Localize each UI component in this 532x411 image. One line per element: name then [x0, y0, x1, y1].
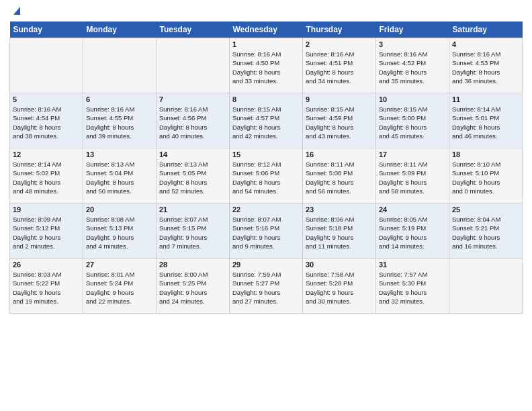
calendar-day-cell: 17Sunrise: 8:11 AM Sunset: 5:09 PM Dayli…: [376, 148, 449, 203]
calendar-day-cell: 7Sunrise: 8:16 AM Sunset: 4:56 PM Daylig…: [157, 93, 230, 148]
day-number: 11: [452, 95, 519, 103]
calendar-day-cell: 24Sunrise: 8:05 AM Sunset: 5:19 PM Dayli…: [376, 203, 449, 259]
calendar-week-row: 12Sunrise: 8:14 AM Sunset: 5:02 PM Dayli…: [10, 148, 523, 203]
calendar-header-cell: Thursday: [303, 21, 376, 38]
calendar-day-cell: 6Sunrise: 8:16 AM Sunset: 4:55 PM Daylig…: [83, 93, 157, 148]
day-info: Sunrise: 7:59 AM Sunset: 5:27 PM Dayligh…: [232, 270, 300, 306]
day-info: Sunrise: 8:16 AM Sunset: 4:53 PM Dayligh…: [452, 50, 519, 85]
day-info: Sunrise: 8:16 AM Sunset: 4:50 PM Dayligh…: [232, 50, 300, 85]
day-info: Sunrise: 8:08 AM Sunset: 5:13 PM Dayligh…: [86, 215, 153, 250]
day-number: 24: [379, 205, 446, 214]
day-info: Sunrise: 8:11 AM Sunset: 5:08 PM Dayligh…: [306, 160, 373, 195]
day-info: Sunrise: 8:01 AM Sunset: 5:24 PM Dayligh…: [86, 270, 153, 306]
day-number: 25: [452, 205, 519, 214]
day-number: 21: [159, 205, 226, 214]
day-number: 2: [306, 40, 373, 48]
calendar-header-cell: Tuesday: [157, 21, 230, 38]
day-info: Sunrise: 8:10 AM Sunset: 5:10 PM Dayligh…: [452, 160, 519, 195]
day-number: 13: [86, 150, 153, 158]
day-info: Sunrise: 8:16 AM Sunset: 4:52 PM Dayligh…: [379, 50, 446, 85]
calendar-header-cell: Monday: [83, 21, 157, 38]
day-number: 15: [232, 150, 300, 158]
calendar-day-cell: 14Sunrise: 8:13 AM Sunset: 5:05 PM Dayli…: [157, 148, 230, 203]
calendar-day-cell: 5Sunrise: 8:16 AM Sunset: 4:54 PM Daylig…: [10, 93, 83, 148]
day-info: Sunrise: 8:15 AM Sunset: 4:57 PM Dayligh…: [232, 105, 300, 140]
calendar-week-row: 5Sunrise: 8:16 AM Sunset: 4:54 PM Daylig…: [10, 93, 523, 148]
calendar-day-cell: 15Sunrise: 8:12 AM Sunset: 5:06 PM Dayli…: [230, 148, 303, 203]
day-number: 1: [232, 40, 300, 48]
day-info: Sunrise: 8:16 AM Sunset: 4:54 PM Dayligh…: [13, 105, 80, 140]
calendar-day-cell: 26Sunrise: 8:03 AM Sunset: 5:22 PM Dayli…: [10, 259, 83, 314]
calendar-day-cell: [83, 38, 157, 93]
calendar-header-cell: Saturday: [449, 21, 523, 38]
day-number: 27: [86, 261, 153, 269]
calendar-day-cell: [10, 38, 83, 93]
calendar-day-cell: 19Sunrise: 8:09 AM Sunset: 5:12 PM Dayli…: [10, 203, 83, 259]
day-info: Sunrise: 8:11 AM Sunset: 5:09 PM Dayligh…: [379, 160, 446, 195]
day-number: 16: [306, 150, 373, 158]
calendar-day-cell: 11Sunrise: 8:14 AM Sunset: 5:01 PM Dayli…: [449, 93, 523, 148]
day-number: 29: [232, 261, 300, 269]
calendar-day-cell: 31Sunrise: 7:57 AM Sunset: 5:30 PM Dayli…: [376, 259, 449, 314]
calendar-day-cell: 9Sunrise: 8:15 AM Sunset: 4:59 PM Daylig…: [303, 93, 376, 148]
calendar-day-cell: 20Sunrise: 8:08 AM Sunset: 5:13 PM Dayli…: [83, 203, 157, 259]
main-container: SundayMondayTuesdayWednesdayThursdayFrid…: [0, 0, 532, 319]
day-number: 6: [86, 95, 153, 103]
logo-icon: [11, 4, 23, 16]
day-number: 18: [452, 150, 519, 158]
calendar-day-cell: 28Sunrise: 8:00 AM Sunset: 5:25 PM Dayli…: [157, 259, 230, 314]
calendar-day-cell: 29Sunrise: 7:59 AM Sunset: 5:27 PM Dayli…: [230, 259, 303, 314]
day-number: 30: [306, 261, 373, 269]
day-info: Sunrise: 8:03 AM Sunset: 5:22 PM Dayligh…: [13, 270, 80, 306]
day-info: Sunrise: 8:15 AM Sunset: 4:59 PM Dayligh…: [306, 105, 373, 140]
day-info: Sunrise: 8:16 AM Sunset: 4:51 PM Dayligh…: [306, 50, 373, 85]
day-number: 10: [379, 95, 446, 103]
day-info: Sunrise: 8:14 AM Sunset: 5:02 PM Dayligh…: [13, 160, 80, 195]
calendar-header-cell: Sunday: [10, 21, 83, 38]
day-info: Sunrise: 8:09 AM Sunset: 5:12 PM Dayligh…: [13, 215, 80, 250]
logo: [9, 7, 23, 16]
day-number: 12: [13, 150, 80, 158]
calendar-day-cell: 21Sunrise: 8:07 AM Sunset: 5:15 PM Dayli…: [157, 203, 230, 259]
calendar-day-cell: [157, 38, 230, 93]
day-info: Sunrise: 8:00 AM Sunset: 5:25 PM Dayligh…: [159, 270, 226, 306]
calendar-week-row: 1Sunrise: 8:16 AM Sunset: 4:50 PM Daylig…: [10, 38, 523, 93]
calendar-day-cell: [449, 259, 523, 314]
calendar-day-cell: 8Sunrise: 8:15 AM Sunset: 4:57 PM Daylig…: [230, 93, 303, 148]
calendar-day-cell: 27Sunrise: 8:01 AM Sunset: 5:24 PM Dayli…: [83, 259, 157, 314]
day-info: Sunrise: 8:07 AM Sunset: 5:15 PM Dayligh…: [159, 215, 226, 250]
calendar-day-cell: 18Sunrise: 8:10 AM Sunset: 5:10 PM Dayli…: [449, 148, 523, 203]
calendar-day-cell: 2Sunrise: 8:16 AM Sunset: 4:51 PM Daylig…: [303, 38, 376, 93]
day-info: Sunrise: 8:13 AM Sunset: 5:05 PM Dayligh…: [159, 160, 226, 195]
day-info: Sunrise: 8:04 AM Sunset: 5:21 PM Dayligh…: [452, 215, 519, 250]
day-number: 5: [13, 95, 80, 103]
day-info: Sunrise: 8:13 AM Sunset: 5:04 PM Dayligh…: [86, 160, 153, 195]
calendar-week-row: 26Sunrise: 8:03 AM Sunset: 5:22 PM Dayli…: [10, 259, 523, 314]
calendar-day-cell: 23Sunrise: 8:06 AM Sunset: 5:18 PM Dayli…: [303, 203, 376, 259]
calendar-day-cell: 4Sunrise: 8:16 AM Sunset: 4:53 PM Daylig…: [449, 38, 523, 93]
day-number: 26: [13, 261, 80, 269]
day-info: Sunrise: 8:07 AM Sunset: 5:16 PM Dayligh…: [232, 215, 300, 250]
day-number: 8: [232, 95, 300, 103]
day-number: 9: [306, 95, 373, 103]
day-number: 20: [86, 205, 153, 214]
day-info: Sunrise: 8:12 AM Sunset: 5:06 PM Dayligh…: [232, 160, 300, 195]
day-info: Sunrise: 8:16 AM Sunset: 4:56 PM Dayligh…: [159, 105, 226, 140]
day-number: 4: [452, 40, 519, 48]
day-number: 28: [159, 261, 226, 269]
day-number: 31: [379, 261, 446, 269]
calendar-day-cell: 30Sunrise: 7:58 AM Sunset: 5:28 PM Dayli…: [303, 259, 376, 314]
day-info: Sunrise: 8:14 AM Sunset: 5:01 PM Dayligh…: [452, 105, 519, 140]
calendar-day-cell: 25Sunrise: 8:04 AM Sunset: 5:21 PM Dayli…: [449, 203, 523, 259]
day-number: 17: [379, 150, 446, 158]
calendar-day-cell: 1Sunrise: 8:16 AM Sunset: 4:50 PM Daylig…: [230, 38, 303, 93]
calendar-day-cell: 12Sunrise: 8:14 AM Sunset: 5:02 PM Dayli…: [10, 148, 83, 203]
day-number: 3: [379, 40, 446, 48]
day-info: Sunrise: 7:57 AM Sunset: 5:30 PM Dayligh…: [379, 270, 446, 306]
day-number: 23: [306, 205, 373, 214]
day-info: Sunrise: 8:15 AM Sunset: 5:00 PM Dayligh…: [379, 105, 446, 140]
calendar-day-cell: 16Sunrise: 8:11 AM Sunset: 5:08 PM Dayli…: [303, 148, 376, 203]
day-number: 7: [159, 95, 226, 103]
calendar-day-cell: 22Sunrise: 8:07 AM Sunset: 5:16 PM Dayli…: [230, 203, 303, 259]
calendar-day-cell: 10Sunrise: 8:15 AM Sunset: 5:00 PM Dayli…: [376, 93, 449, 148]
